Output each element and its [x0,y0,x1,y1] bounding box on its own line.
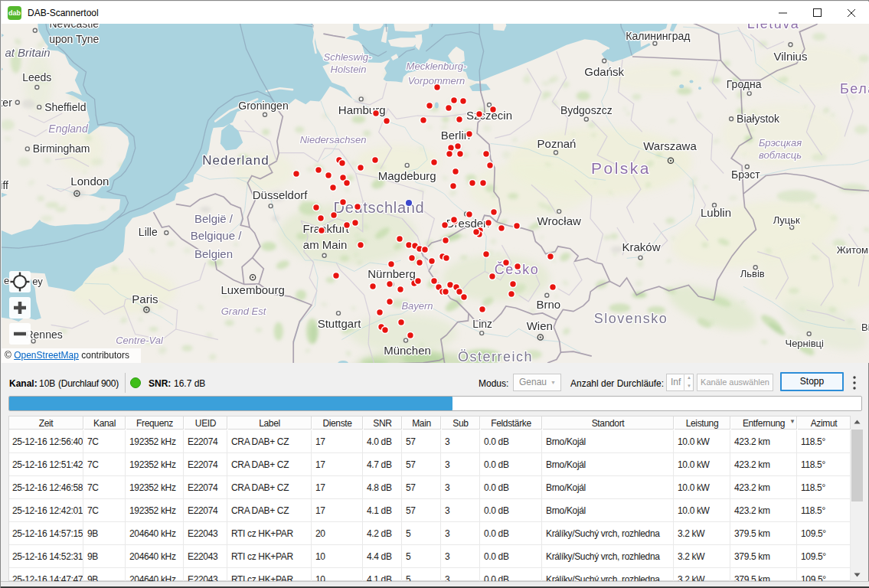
svg-text:Magdeburg: Magdeburg [378,169,436,182]
svg-text:Luxembourg: Luxembourg [221,283,284,296]
svg-text:at Britain: at Britain [5,46,50,59]
svg-text:Брэст: Брэст [731,168,760,181]
svg-text:Bayern: Bayern [401,300,433,312]
svg-text:Kraków: Kraków [622,240,660,253]
svg-text:München: München [384,344,431,357]
svg-text:Brno: Brno [536,298,560,311]
svg-text:Groningen: Groningen [238,100,288,112]
svg-text:Belgique /: Belgique / [191,229,243,242]
svg-text:Белар: Белар [840,81,869,96]
svg-text:Lille: Lille [139,226,158,238]
svg-text:Belgien: Belgien [194,247,233,260]
svg-text:Lublin: Lublin [701,206,731,219]
svg-text:Wrocław: Wrocław [537,214,581,227]
svg-text:Гродна: Гродна [727,78,762,90]
svg-text:Polska: Polska [591,159,651,177]
svg-text:Poznań: Poznań [537,137,577,150]
svg-text:Białystok: Białystok [737,113,780,125]
svg-text:Düsseldorf: Düsseldorf [253,188,309,201]
svg-text:Österreich: Österreich [458,349,533,363]
svg-text:Manchester: Manchester [2,96,12,109]
svg-text:England: England [48,122,89,135]
svg-text:Centre-Val: Centre-Val [116,335,164,346]
svg-text:Брэсцкая: Брэсцкая [759,137,802,149]
svg-text:upon Tyne: upon Tyne [49,33,99,45]
svg-text:Newcastle: Newcastle [50,24,100,30]
svg-text:Луцьк: Луцьк [773,214,800,226]
svg-text:Калининград: Калининград [626,30,690,42]
svg-text:Linz: Linz [472,318,492,330]
svg-text:Mecklenburg-: Mecklenburg- [407,60,467,72]
svg-text:вобласць: вобласць [759,149,802,161]
svg-text:Cardiff: Cardiff [2,179,8,191]
svg-text:Львів: Львів [740,268,765,279]
svg-text:Holstein: Holstein [331,64,367,75]
svg-text:Gdańsk: Gdańsk [584,65,624,78]
svg-text:Rennes: Rennes [25,328,62,341]
svg-text:België /: België / [194,212,234,225]
svg-text:Schleswig-: Schleswig- [324,51,373,63]
svg-text:Житомир: Житомир [837,244,869,256]
svg-text:London: London [70,175,109,188]
svg-text:Leeds: Leeds [22,71,51,83]
svg-text:Grand Est: Grand Est [221,305,267,317]
svg-text:Birmingham: Birmingham [33,142,90,155]
svg-text:Nederland: Nederland [202,153,269,168]
svg-text:Nürnberg: Nürnberg [368,267,416,280]
svg-text:Bydgoszcz: Bydgoszcz [560,104,613,116]
svg-text:Sheffield: Sheffield [44,101,86,113]
svg-text:Frankfurt: Frankfurt [303,222,350,235]
svg-text:ey: ey [32,276,43,287]
svg-text:Вінн: Вінн [861,322,869,333]
svg-text:Slovensko: Slovensko [594,311,668,326]
svg-text:Niedersachsen: Niedersachsen [300,134,367,145]
svg-text:Vilnius: Vilnius [774,50,808,63]
svg-text:am Main: am Main [303,238,348,251]
svg-text:Чернівці: Чернівці [785,338,824,349]
svg-text:Stuttgart: Stuttgart [318,317,362,330]
svg-text:Warszawa: Warszawa [643,139,697,152]
svg-text:Paris: Paris [132,292,158,305]
svg-text:Lietuva: Lietuva [747,24,800,31]
svg-text:Wien: Wien [527,319,553,332]
